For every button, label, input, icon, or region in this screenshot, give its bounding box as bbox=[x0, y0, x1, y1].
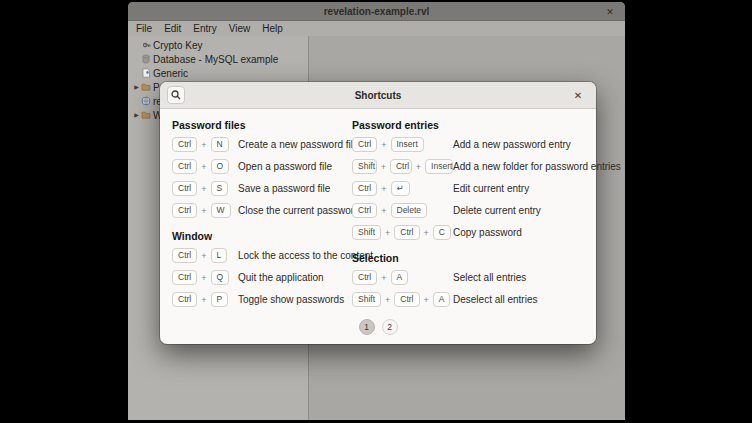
keycap: Ctrl bbox=[352, 137, 377, 152]
database-icon bbox=[141, 54, 151, 64]
keycap: Ctrl bbox=[172, 292, 197, 307]
shortcut-row: Ctrl+W Close the current password file bbox=[172, 203, 348, 218]
shortcut-description: Copy password bbox=[453, 227, 522, 238]
tree-item[interactable]: Crypto Key bbox=[128, 38, 308, 52]
keycap: A bbox=[391, 270, 409, 285]
keycap: W bbox=[211, 203, 231, 218]
section-title: Selection bbox=[352, 252, 590, 264]
keycap: Shift bbox=[352, 159, 377, 174]
keycap: Ctrl bbox=[352, 203, 377, 218]
key-combo: Ctrl+W bbox=[172, 203, 238, 218]
section-title: Window bbox=[172, 230, 348, 242]
shortcut-row: Ctrl+P Toggle show passwords bbox=[172, 292, 348, 307]
dialog-title: Shortcuts bbox=[160, 82, 596, 109]
key-combo: Ctrl+Delete bbox=[352, 203, 453, 218]
shortcut-section: Password entries Ctrl+Insert Add a new p… bbox=[352, 119, 590, 240]
keycap: Shift bbox=[352, 292, 381, 307]
menu-bar: FileEditEntryViewHelp bbox=[128, 21, 625, 36]
key-icon bbox=[141, 40, 151, 50]
shortcuts-column-right: Password entries Ctrl+Insert Add a new p… bbox=[352, 109, 590, 314]
tree-item[interactable]: Database - MySQL example bbox=[128, 52, 308, 66]
key-combo: Ctrl+L bbox=[172, 248, 238, 263]
titlebar[interactable]: revelation-example.rvl ✕ bbox=[128, 2, 625, 21]
keycap: O bbox=[211, 159, 230, 174]
page-dot-1[interactable]: 1 bbox=[359, 319, 375, 335]
key-combo: Ctrl+Q bbox=[172, 270, 238, 285]
shortcuts-column-left: Password files Ctrl+N Create a new passw… bbox=[172, 109, 348, 314]
plus-separator: + bbox=[381, 140, 386, 150]
shortcut-row: Ctrl+N Create a new password file bbox=[172, 137, 348, 152]
plus-separator: + bbox=[381, 162, 386, 172]
shortcut-row: Ctrl+S Save a password file bbox=[172, 181, 348, 196]
shortcut-row: Ctrl+Q Quit the application bbox=[172, 270, 348, 285]
keycap: A bbox=[433, 292, 451, 307]
plus-separator: + bbox=[201, 295, 206, 305]
plus-separator: + bbox=[424, 295, 429, 305]
key-combo: Ctrl+Insert bbox=[352, 137, 453, 152]
keycap: Ctrl bbox=[394, 292, 419, 307]
keycap: Insert bbox=[391, 137, 424, 152]
page-indicator: 12 bbox=[160, 319, 596, 335]
dialog-close-icon[interactable]: ✕ bbox=[570, 82, 586, 109]
shortcut-description: Quit the application bbox=[238, 272, 324, 283]
shortcut-section: Password files Ctrl+N Create a new passw… bbox=[172, 119, 348, 218]
key-combo: Ctrl+A bbox=[352, 270, 453, 285]
shortcut-row: Shift+Ctrl+C Copy password bbox=[352, 225, 590, 240]
shortcuts-dialog-body: Password files Ctrl+N Create a new passw… bbox=[160, 109, 596, 344]
expander-icon[interactable]: ▶ bbox=[133, 80, 140, 94]
shortcuts-dialog-header: Shortcuts ✕ bbox=[160, 82, 596, 109]
shortcut-description: Create a new password file bbox=[238, 139, 359, 150]
shortcut-description: Edit current entry bbox=[453, 183, 529, 194]
window-close-icon[interactable]: ✕ bbox=[603, 2, 617, 21]
shortcut-row: Ctrl+O Open a password file bbox=[172, 159, 348, 174]
keycap: Ctrl bbox=[172, 159, 197, 174]
menu-item-file[interactable]: File bbox=[130, 21, 158, 36]
expander-icon[interactable]: ▶ bbox=[133, 108, 140, 122]
key-combo: Ctrl+P bbox=[172, 292, 238, 307]
shortcuts-dialog: Shortcuts ✕ Password files Ctrl+N Create… bbox=[160, 82, 596, 344]
plus-separator: + bbox=[416, 162, 421, 172]
plus-separator: + bbox=[201, 206, 206, 216]
generic-icon bbox=[141, 68, 151, 78]
keycap: Shift bbox=[352, 225, 381, 240]
menu-item-edit[interactable]: Edit bbox=[158, 21, 187, 36]
keycap: Ctrl bbox=[172, 248, 197, 263]
shortcut-row: Ctrl+↵ Edit current entry bbox=[352, 181, 590, 196]
keycap: Ctrl bbox=[172, 270, 197, 285]
keycap: Ctrl bbox=[390, 159, 412, 174]
tree-item-label: Generic bbox=[153, 68, 188, 79]
keycap: C bbox=[433, 225, 451, 240]
shortcut-section: Selection Ctrl+A Select all entries Shif… bbox=[352, 252, 590, 307]
shortcut-row: Ctrl+Insert Add a new password entry bbox=[352, 137, 590, 152]
plus-separator: + bbox=[385, 228, 390, 238]
shortcut-description: Delete current entry bbox=[453, 205, 541, 216]
keycap: Insert bbox=[425, 159, 453, 174]
keycap: Q bbox=[211, 270, 230, 285]
menu-item-help[interactable]: Help bbox=[256, 21, 289, 36]
menu-item-view[interactable]: View bbox=[223, 21, 257, 36]
tree-item[interactable]: Generic bbox=[128, 66, 308, 80]
menu-item-entry[interactable]: Entry bbox=[187, 21, 222, 36]
shortcut-description: Open a password file bbox=[238, 161, 332, 172]
keycap: L bbox=[211, 248, 228, 263]
plus-separator: + bbox=[381, 273, 386, 283]
key-combo: Ctrl+↵ bbox=[352, 181, 453, 196]
tree-item-label: Database - MySQL example bbox=[153, 54, 278, 65]
plus-separator: + bbox=[201, 184, 206, 194]
keycap: Ctrl bbox=[352, 270, 377, 285]
key-combo: Shift+Ctrl+A bbox=[352, 292, 453, 307]
shortcut-description: Save a password file bbox=[238, 183, 330, 194]
key-combo: Ctrl+N bbox=[172, 137, 238, 152]
window-title: revelation-example.rvl bbox=[324, 6, 430, 17]
screen: revelation-example.rvl ✕ FileEditEntryVi… bbox=[0, 0, 752, 423]
shortcut-row: Shift+Ctrl+Insert Add a new folder for p… bbox=[352, 159, 590, 174]
plus-separator: + bbox=[201, 251, 206, 261]
keycap: Ctrl bbox=[394, 225, 419, 240]
key-combo: Ctrl+S bbox=[172, 181, 238, 196]
shortcut-description: Toggle show passwords bbox=[238, 294, 344, 305]
key-combo: Shift+Ctrl+Insert bbox=[352, 159, 453, 174]
tree-item-label: Crypto Key bbox=[153, 40, 202, 51]
page-dot-2[interactable]: 2 bbox=[382, 319, 398, 335]
shortcut-row: Ctrl+Delete Delete current entry bbox=[352, 203, 590, 218]
shortcut-description: Deselect all entries bbox=[453, 294, 537, 305]
